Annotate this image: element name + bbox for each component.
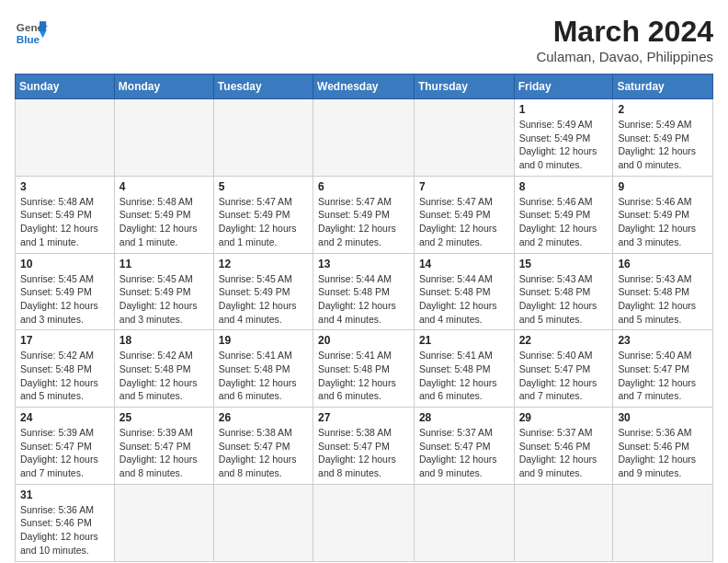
day-number: 16	[618, 258, 708, 270]
day-number: 28	[419, 411, 509, 424]
calendar-cell: 3Sunrise: 5:48 AMSunset: 5:49 PMDaylight…	[16, 176, 115, 253]
calendar-cell	[213, 99, 313, 177]
day-number: 5	[219, 180, 308, 193]
calendar-cell: 1Sunrise: 5:49 AMSunset: 5:49 PMDaylight…	[514, 99, 613, 177]
calendar-cell: 21Sunrise: 5:41 AMSunset: 5:48 PMDayligh…	[414, 330, 514, 408]
day-info: Sunrise: 5:36 AMSunset: 5:46 PMDaylight:…	[20, 503, 109, 557]
calendar-cell: 11Sunrise: 5:45 AMSunset: 5:49 PMDayligh…	[114, 253, 213, 330]
calendar-cell: 29Sunrise: 5:37 AMSunset: 5:46 PMDayligh…	[514, 408, 613, 485]
day-number: 20	[318, 334, 409, 347]
calendar-cell: 4Sunrise: 5:48 AMSunset: 5:49 PMDaylight…	[114, 176, 213, 253]
day-info: Sunrise: 5:39 AMSunset: 5:47 PMDaylight:…	[20, 426, 109, 480]
day-number: 7	[419, 180, 509, 193]
day-number: 22	[519, 334, 609, 347]
calendar: SundayMondayTuesdayWednesdayThursdayFrid…	[15, 74, 713, 562]
calendar-cell: 26Sunrise: 5:38 AMSunset: 5:47 PMDayligh…	[213, 408, 313, 485]
day-number: 23	[618, 334, 708, 347]
weekday-header: Sunday	[16, 75, 115, 99]
weekday-header: Tuesday	[213, 75, 313, 99]
day-info: Sunrise: 5:45 AMSunset: 5:49 PMDaylight:…	[20, 272, 109, 327]
day-info: Sunrise: 5:39 AMSunset: 5:47 PMDaylight:…	[119, 426, 209, 480]
calendar-cell	[514, 484, 613, 561]
day-number: 9	[618, 180, 708, 193]
day-number: 12	[219, 258, 308, 270]
calendar-cell: 17Sunrise: 5:42 AMSunset: 5:48 PMDayligh…	[16, 330, 115, 408]
day-info: Sunrise: 5:46 AMSunset: 5:49 PMDaylight:…	[519, 195, 609, 249]
calendar-cell: 10Sunrise: 5:45 AMSunset: 5:49 PMDayligh…	[16, 253, 115, 330]
day-info: Sunrise: 5:45 AMSunset: 5:49 PMDaylight:…	[119, 272, 209, 327]
day-number: 15	[519, 258, 609, 270]
calendar-cell	[313, 484, 415, 561]
day-info: Sunrise: 5:41 AMSunset: 5:48 PMDaylight:…	[219, 349, 308, 403]
day-info: Sunrise: 5:36 AMSunset: 5:46 PMDaylight:…	[618, 426, 708, 480]
logo-icon: General Blue	[15, 15, 48, 48]
calendar-cell: 14Sunrise: 5:44 AMSunset: 5:48 PMDayligh…	[414, 253, 514, 330]
svg-marker-2	[40, 21, 46, 31]
calendar-cell: 15Sunrise: 5:43 AMSunset: 5:48 PMDayligh…	[514, 253, 613, 330]
weekday-header-row: SundayMondayTuesdayWednesdayThursdayFrid…	[16, 75, 713, 99]
weekday-header: Saturday	[613, 75, 713, 99]
day-number: 17	[20, 334, 109, 347]
calendar-cell: 16Sunrise: 5:43 AMSunset: 5:48 PMDayligh…	[613, 253, 713, 330]
day-number: 2	[618, 103, 708, 116]
weekday-header: Thursday	[414, 75, 514, 99]
calendar-cell	[213, 484, 313, 561]
calendar-cell: 30Sunrise: 5:36 AMSunset: 5:46 PMDayligh…	[613, 408, 713, 485]
day-info: Sunrise: 5:42 AMSunset: 5:48 PMDaylight:…	[119, 349, 209, 403]
calendar-cell	[414, 99, 514, 177]
day-info: Sunrise: 5:49 AMSunset: 5:49 PMDaylight:…	[519, 118, 609, 172]
day-info: Sunrise: 5:46 AMSunset: 5:49 PMDaylight:…	[618, 195, 708, 249]
calendar-cell	[613, 484, 713, 561]
day-info: Sunrise: 5:38 AMSunset: 5:47 PMDaylight:…	[219, 426, 308, 480]
calendar-row: 1Sunrise: 5:49 AMSunset: 5:49 PMDaylight…	[16, 99, 713, 177]
day-info: Sunrise: 5:47 AMSunset: 5:49 PMDaylight:…	[318, 195, 409, 249]
weekday-header: Wednesday	[313, 75, 415, 99]
day-info: Sunrise: 5:49 AMSunset: 5:49 PMDaylight:…	[618, 118, 708, 172]
day-info: Sunrise: 5:42 AMSunset: 5:48 PMDaylight:…	[20, 349, 109, 403]
calendar-cell: 31Sunrise: 5:36 AMSunset: 5:46 PMDayligh…	[16, 484, 115, 561]
calendar-cell: 23Sunrise: 5:40 AMSunset: 5:47 PMDayligh…	[613, 330, 713, 408]
day-info: Sunrise: 5:47 AMSunset: 5:49 PMDaylight:…	[219, 195, 308, 249]
day-number: 26	[219, 411, 308, 424]
day-info: Sunrise: 5:47 AMSunset: 5:49 PMDaylight:…	[419, 195, 509, 249]
calendar-cell: 8Sunrise: 5:46 AMSunset: 5:49 PMDaylight…	[514, 176, 613, 253]
day-number: 4	[119, 180, 209, 193]
calendar-cell: 20Sunrise: 5:41 AMSunset: 5:48 PMDayligh…	[313, 330, 415, 408]
day-number: 30	[618, 411, 708, 424]
day-info: Sunrise: 5:37 AMSunset: 5:47 PMDaylight:…	[419, 426, 509, 480]
calendar-cell	[114, 484, 213, 561]
day-number: 3	[20, 180, 109, 193]
calendar-cell	[16, 99, 115, 177]
day-number: 31	[20, 488, 109, 501]
day-number: 8	[519, 180, 609, 193]
calendar-row: 31Sunrise: 5:36 AMSunset: 5:46 PMDayligh…	[16, 484, 713, 561]
calendar-row: 10Sunrise: 5:45 AMSunset: 5:49 PMDayligh…	[16, 253, 713, 330]
calendar-cell: 6Sunrise: 5:47 AMSunset: 5:49 PMDaylight…	[313, 176, 415, 253]
calendar-cell: 19Sunrise: 5:41 AMSunset: 5:48 PMDayligh…	[213, 330, 313, 408]
calendar-cell	[114, 99, 213, 177]
weekday-header: Friday	[514, 75, 613, 99]
day-info: Sunrise: 5:37 AMSunset: 5:46 PMDaylight:…	[519, 426, 609, 480]
title-area: March 2024 Culaman, Davao, Philippines	[536, 15, 713, 64]
calendar-cell: 13Sunrise: 5:44 AMSunset: 5:48 PMDayligh…	[313, 253, 415, 330]
calendar-cell	[313, 99, 415, 177]
day-number: 14	[419, 258, 509, 270]
day-number: 24	[20, 411, 109, 424]
day-info: Sunrise: 5:40 AMSunset: 5:47 PMDaylight:…	[618, 349, 708, 403]
day-info: Sunrise: 5:40 AMSunset: 5:47 PMDaylight:…	[519, 349, 609, 403]
day-number: 1	[519, 103, 609, 116]
day-info: Sunrise: 5:43 AMSunset: 5:48 PMDaylight:…	[618, 272, 708, 327]
month-year: March 2024	[536, 15, 713, 49]
day-number: 21	[419, 334, 509, 347]
day-number: 10	[20, 258, 109, 270]
svg-text:Blue: Blue	[17, 33, 40, 45]
day-number: 11	[119, 258, 209, 270]
day-info: Sunrise: 5:44 AMSunset: 5:48 PMDaylight:…	[318, 272, 409, 327]
calendar-cell: 22Sunrise: 5:40 AMSunset: 5:47 PMDayligh…	[514, 330, 613, 408]
day-number: 27	[318, 411, 409, 424]
svg-marker-3	[40, 31, 46, 38]
day-number: 19	[219, 334, 308, 347]
day-info: Sunrise: 5:48 AMSunset: 5:49 PMDaylight:…	[119, 195, 209, 249]
day-info: Sunrise: 5:45 AMSunset: 5:49 PMDaylight:…	[219, 272, 308, 327]
calendar-cell: 7Sunrise: 5:47 AMSunset: 5:49 PMDaylight…	[414, 176, 514, 253]
